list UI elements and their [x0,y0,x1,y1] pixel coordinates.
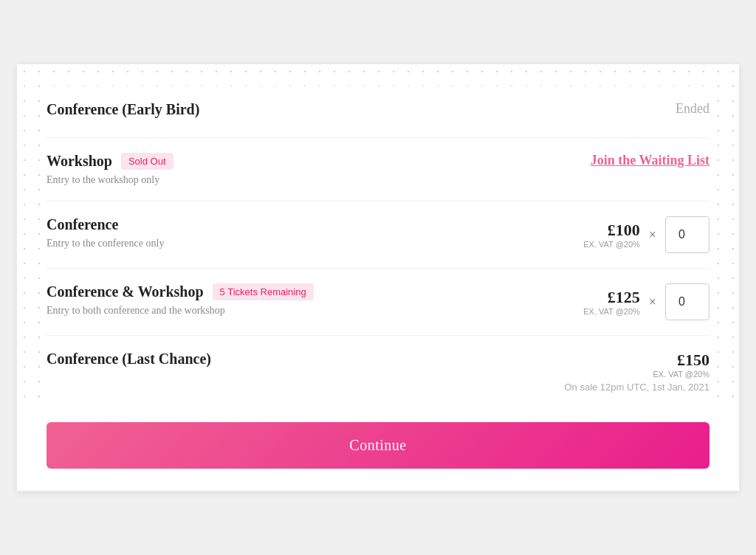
last-chance-on-sale-time: On sale 12pm UTC, 1st Jan, 2021 [564,382,709,393]
conference-workshop-price-section: £125 EX. VAT @20% × [583,283,709,320]
conference-price: £100 [583,221,640,240]
continue-button[interactable]: Continue [47,422,709,469]
join-waiting-list-link[interactable]: Join the Waiting List [591,153,709,168]
conference-right: £100 EX. VAT @20% × [583,216,709,253]
early-bird-status: Ended [676,101,709,117]
conference-workshop-quantity-input[interactable] [665,283,709,320]
last-chance-title-row: Conference (Last Chance) [47,351,564,368]
tickets-remaining-badge: 5 Tickets Remaining [213,283,314,300]
workshop-row: Workshop Sold Out Entry to the workshop … [47,153,709,186]
conference-workshop-title-row: Conference & Workshop 5 Tickets Remainin… [47,283,583,300]
conference-workshop-description: Entry to both conference and the worksho… [47,305,583,317]
conference-workshop-left: Conference & Workshop 5 Tickets Remainin… [47,283,583,317]
conference-workshop-row: Conference & Workshop 5 Tickets Remainin… [47,283,709,320]
conference-workshop-title: Conference & Workshop [47,283,204,300]
early-bird-title: Conference (Early Bird) [47,101,199,118]
workshop-right: Join the Waiting List [591,153,709,168]
last-chance-title: Conference (Last Chance) [47,351,211,368]
conference-quantity-input[interactable] [665,216,709,253]
early-bird-title-row: Conference (Early Bird) [47,101,676,118]
conference-left: Conference Entry to the conference only [47,216,583,249]
early-bird-right: Ended [676,101,709,117]
card-content: Conference (Early Bird) Ended Workshop S… [17,64,739,407]
conference-vat: EX. VAT @20% [583,240,640,249]
conference-workshop-right: £125 EX. VAT @20% × [583,283,709,320]
section-last-chance: Conference (Last Chance) £150 EX. VAT @2… [47,336,709,407]
last-chance-row: Conference (Last Chance) £150 EX. VAT @2… [47,351,709,393]
continue-section: Continue [17,407,739,491]
early-bird-row: Conference (Early Bird) Ended [47,101,709,123]
last-chance-on-sale-info: £150 EX. VAT @20% On sale 12pm UTC, 1st … [564,351,709,393]
workshop-title: Workshop [47,153,112,170]
workshop-left: Workshop Sold Out Entry to the workshop … [47,153,591,186]
conference-workshop-price: £125 [583,288,640,307]
section-conference-workshop: Conference & Workshop 5 Tickets Remainin… [47,269,709,336]
conference-workshop-vat: EX. VAT @20% [583,307,640,316]
conference-description: Entry to the conference only [47,238,583,249]
last-chance-vat: EX. VAT @20% [564,370,709,379]
conference-price-info: £100 EX. VAT @20% [583,221,640,249]
section-workshop: Workshop Sold Out Entry to the workshop … [47,138,709,201]
conference-workshop-price-info: £125 EX. VAT @20% [583,288,640,316]
sold-out-badge: Sold Out [121,153,173,170]
ticket-card: Conference (Early Bird) Ended Workshop S… [16,63,740,492]
conference-row: Conference Entry to the conference only … [47,216,709,253]
conference-title-row: Conference [47,216,583,233]
section-conference: Conference Entry to the conference only … [47,201,709,269]
section-early-bird: Conference (Early Bird) Ended [47,86,709,138]
conference-workshop-multiply: × [649,294,656,310]
last-chance-left: Conference (Last Chance) [47,351,564,372]
workshop-description: Entry to the workshop only [47,174,591,186]
conference-multiply: × [649,227,656,243]
workshop-title-row: Workshop Sold Out [47,153,591,170]
early-bird-left: Conference (Early Bird) [47,101,676,123]
conference-title: Conference [47,216,118,233]
conference-price-section: £100 EX. VAT @20% × [583,216,709,253]
last-chance-price: £150 [564,351,709,370]
last-chance-right: £150 EX. VAT @20% On sale 12pm UTC, 1st … [564,351,709,393]
